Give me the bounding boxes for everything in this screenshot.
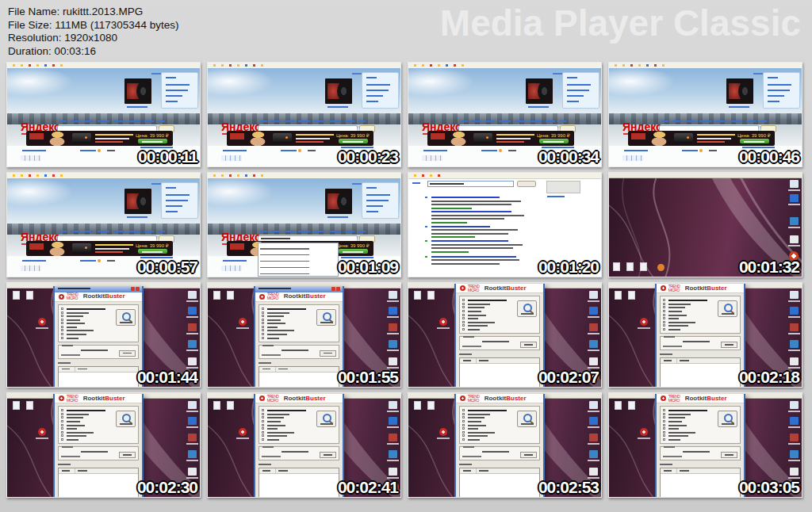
thumbnail[interactable]: TREND MICRO RootkitBuster <box>408 282 602 388</box>
price-text: Цена: 39 990 ₽ <box>336 243 370 248</box>
table-header <box>59 367 139 373</box>
desktop-icon <box>389 340 397 348</box>
result-table <box>459 468 541 497</box>
checkbox-item <box>67 410 105 411</box>
checkbox-item <box>267 414 289 415</box>
scan-now-button <box>517 411 537 427</box>
thumbnail[interactable]: Яндекс Цена: 39 990 ₽ 00:00:57 <box>6 172 201 277</box>
desktop-icon <box>188 434 197 441</box>
status-link <box>663 346 682 347</box>
thumbnail[interactable]: TREND MICRO RootkitBuster <box>207 392 401 498</box>
album-cover <box>124 78 151 105</box>
thumbnail[interactable]: 00:01:32 <box>608 172 802 277</box>
thumbnail[interactable]: Яндекс Цена: 39 990 ₽ 00:00:11 <box>6 62 201 167</box>
thumbnail-grid: Яндекс Цена: 39 990 ₽ 00:00:11 Я <box>6 62 802 498</box>
checkbox-item <box>668 304 691 305</box>
desktop-icon <box>389 434 397 441</box>
thumbnail[interactable]: TREND MICRO RootkitBuster <box>6 282 201 388</box>
checkbox-item <box>668 414 691 415</box>
banner-text <box>697 138 730 139</box>
scan-result-group <box>58 464 140 497</box>
menu-link <box>345 231 354 232</box>
checkbox-item <box>267 323 286 324</box>
mail-panel-link <box>166 194 190 196</box>
mail-panel-title <box>366 77 377 78</box>
status-link <box>663 456 682 457</box>
thumbnail[interactable]: Яндекс Цена: 39 990 ₽ 00:01:09 <box>207 172 401 277</box>
app-header: TREND MICRO RootkitBuster <box>55 394 141 403</box>
thumbnail[interactable]: 00:01:20 <box>408 172 602 277</box>
thumbnail[interactable]: Яндекс Цена: 39 990 ₽ 00:00:34 <box>408 62 602 167</box>
desktop-icon <box>790 194 799 202</box>
thumbnail[interactable]: TREND MICRO RootkitBuster <box>6 392 201 498</box>
rootkitbuster-window: TREND MICRO RootkitBuster <box>454 284 544 387</box>
folder-icon <box>414 174 416 177</box>
checkbox-item <box>668 425 688 426</box>
ad-banner: Цена: 39 990 ₽ <box>427 131 574 146</box>
thumbnail[interactable]: Яндекс Цена: 39 990 ₽ 00:00:23 <box>207 62 401 167</box>
folder-icon <box>422 64 424 67</box>
checkbox-item <box>468 435 488 437</box>
menu-link <box>530 120 542 122</box>
checkbox-item <box>468 439 480 441</box>
duration-line: Duration: 00:03:16 <box>8 45 178 59</box>
menu-link <box>128 120 140 122</box>
checkbox-item <box>267 315 284 317</box>
brand-text: TREND MICRO <box>668 285 683 292</box>
banner-model-photo <box>44 131 69 146</box>
result-icon <box>425 240 427 242</box>
folder-icon <box>213 174 216 177</box>
file-name-label: File Name: <box>8 6 59 17</box>
sidebar-link <box>547 196 565 197</box>
checkbox-item <box>67 425 86 426</box>
bookmark-icon <box>245 64 247 67</box>
folder-icon <box>237 174 239 177</box>
checkbox-item <box>267 439 279 441</box>
menu-link <box>672 120 682 122</box>
column-name <box>278 470 288 472</box>
group-label <box>62 446 73 448</box>
price-text: Цена: 39 990 ₽ <box>336 132 370 138</box>
timestamp-overlay: 00:00:57 <box>137 258 197 277</box>
bookmark-icon <box>430 64 432 67</box>
menu-link <box>298 120 310 122</box>
result-table <box>58 366 140 387</box>
thumbnail[interactable]: Яндекс Цена: 39 990 ₽ 00:00:46 <box>608 62 802 167</box>
checkbox-item <box>267 425 286 426</box>
thumbnail[interactable]: TREND MICRO RootkitBuster <box>408 392 602 498</box>
bookmark-icon <box>52 64 55 67</box>
folder-icon <box>36 64 39 67</box>
bookmark-icon <box>245 174 247 177</box>
duration-value: 00:03:16 <box>55 45 97 57</box>
checkbox-item <box>668 435 688 437</box>
toolbar-icons <box>422 155 442 161</box>
menu-link <box>358 231 366 232</box>
menu-link <box>730 120 742 122</box>
menu-link <box>515 120 527 122</box>
bookmark-icon <box>422 174 424 177</box>
thumbnail[interactable]: TREND MICRO RootkitBuster <box>608 392 802 498</box>
desktop-icon <box>790 307 799 315</box>
mail-panel-link <box>166 200 188 201</box>
checkbox-item <box>468 425 487 426</box>
table-header <box>460 468 540 474</box>
checkbox-item <box>668 315 688 316</box>
desktop-icon <box>188 291 197 299</box>
menu-link <box>260 231 268 232</box>
file-icon <box>227 291 234 300</box>
brand-text: TREND MICRO <box>468 285 482 292</box>
album-link <box>327 106 349 108</box>
menu-link <box>314 231 326 232</box>
file-icon <box>414 291 421 300</box>
trend-micro-logo-icon <box>460 395 465 401</box>
thumbnail[interactable]: TREND MICRO RootkitBuster <box>207 282 401 388</box>
group-label <box>62 345 73 346</box>
banner-text <box>95 141 123 143</box>
menu-link <box>71 231 80 232</box>
desktop-icon <box>188 323 197 331</box>
mail-panel-link <box>166 101 178 102</box>
menu-link <box>485 120 495 122</box>
result-table <box>259 468 340 497</box>
bookmark-icon <box>630 64 633 67</box>
thumbnail[interactable]: TREND MICRO RootkitBuster <box>608 282 802 388</box>
